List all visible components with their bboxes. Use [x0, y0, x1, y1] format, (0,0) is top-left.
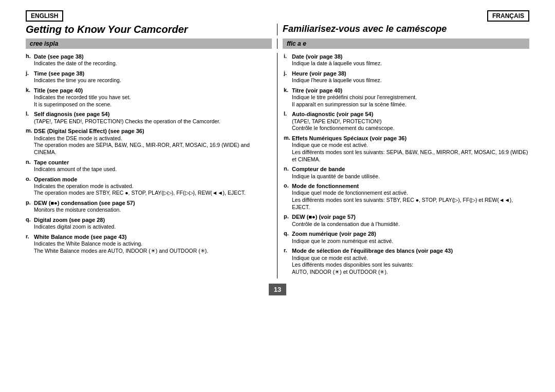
col-header-row: cree ispla ffic a e	[26, 39, 529, 49]
item-title: Time (see page 38)	[34, 70, 271, 77]
item-letter: r.	[26, 233, 34, 239]
item-desc: Indique que ce mode est activé.Les diffé…	[292, 255, 529, 276]
item-content: Compteur de bande Indique la quantité de…	[292, 165, 529, 180]
col-header-right: ffic a e	[278, 39, 529, 49]
item-title: Heure (voir page 38)	[292, 70, 529, 77]
list-item: k. Titre (voir page 40) Indique le titre…	[284, 87, 529, 108]
item-letter: h.	[26, 53, 34, 59]
item-letter: q.	[26, 216, 34, 222]
list-item: m. Effets Numériques Spéciaux (voir page…	[284, 135, 529, 163]
english-badge: ENGLISH	[26, 10, 63, 22]
item-title: Compteur de bande	[292, 165, 529, 173]
item-content: DEW (■●) condensation (see page 57) Moni…	[34, 199, 271, 214]
item-desc: Contrôle de la condensation due à l'humi…	[292, 221, 529, 228]
item-content: Date (voir page 38) Indique la date à la…	[292, 53, 529, 67]
list-item: l. Auto-diagnostic (voir page 54) (TAPE!…	[284, 110, 529, 132]
list-item: l. Self diagnosis (see page 54) (TAPE!, …	[26, 110, 271, 125]
item-content: Tape counter Indicates amount of the tap…	[34, 159, 271, 173]
item-content: Mode de sélection de l'équilibrage des b…	[292, 247, 529, 275]
list-item: m. DSE (Digital Special Effect) (see pag…	[26, 127, 271, 156]
lang-right: FRANÇAIS	[278, 10, 529, 22]
title-french: Familiarisez-vous avec le caméscope	[283, 24, 529, 34]
item-content: Zoom numérique (voir page 28) Indique qu…	[292, 230, 529, 245]
item-title: Digital zoom (see page 28)	[34, 216, 271, 223]
item-letter: p.	[284, 213, 292, 219]
item-content: Auto-diagnostic (voir page 54) (TAPE!, T…	[292, 110, 529, 132]
item-content: Digital zoom (see page 28) Indicates dig…	[34, 216, 271, 231]
item-title: Date (see page 38)	[34, 53, 271, 60]
item-letter: m.	[284, 135, 292, 141]
list-item: i. Date (voir page 38) Indique la date à…	[284, 53, 529, 67]
item-desc: Indique la quantité de bande utilisée.	[292, 173, 529, 180]
main-heading: Getting to Know Your Camcorder Familiari…	[26, 24, 529, 35]
item-letter: o.	[26, 176, 34, 182]
list-item: p. DEW (■●) condensation (see page 57) M…	[26, 199, 271, 214]
item-title: Self diagnosis (see page 54)	[34, 110, 271, 118]
item-desc: Indique que le zoom numérique est activé…	[292, 238, 529, 245]
item-desc: Indique l'heure à laquelle vous filmez.	[292, 77, 529, 84]
item-content: Effets Numériques Spéciaux (voir page 36…	[292, 135, 529, 163]
content-left: h. Date (see page 38) Indicates the date…	[26, 53, 278, 278]
list-item: o. Operation mode Indicates the operatio…	[26, 176, 271, 197]
list-item: r. White Balance mode (see page 43) Indi…	[26, 233, 271, 255]
item-title: Effets Numériques Spéciaux (voir page 36…	[292, 135, 529, 142]
page-container: ENGLISH FRANÇAIS Getting to Know Your Ca…	[26, 10, 529, 295]
list-item: h. Date (see page 38) Indicates the date…	[26, 53, 271, 67]
item-desc: Indicates the operation mode is activate…	[34, 183, 271, 197]
item-title: DSE (Digital Special Effect) (see page 3…	[34, 127, 271, 135]
list-item: n. Tape counter Indicates amount of the …	[26, 159, 271, 173]
item-letter: o.	[284, 182, 292, 189]
page-number-container: 13	[26, 284, 529, 295]
item-title: Titre (voir page 40)	[292, 87, 529, 94]
item-content: Title (see page 40) Indicates the record…	[34, 87, 271, 108]
item-desc: Indicates the time you are recording.	[34, 77, 271, 84]
content-right: i. Date (voir page 38) Indique la date à…	[278, 53, 529, 278]
item-desc: (TAPE!, TAPE END!, PROTECTION!)Contrôle …	[292, 118, 529, 132]
item-title: Title (see page 40)	[34, 87, 271, 94]
item-desc: Indicates the DSE mode is activated.The …	[34, 135, 271, 156]
item-letter: l.	[284, 110, 292, 117]
item-content: White Balance mode (see page 43) Indicat…	[34, 233, 271, 255]
list-item: j. Heure (voir page 38) Indique l'heure …	[284, 70, 529, 84]
item-letter: j.	[284, 70, 292, 76]
item-letter: k.	[284, 87, 292, 93]
col-title-right: ffic a e	[283, 39, 529, 49]
heading-right: Familiarisez-vous avec le caméscope	[278, 24, 529, 35]
item-title: Auto-diagnostic (voir page 54)	[292, 110, 529, 118]
item-title: Tape counter	[34, 159, 271, 166]
item-desc: Indique la date à laquelle vous filmez.	[292, 60, 529, 67]
language-header: ENGLISH FRANÇAIS	[26, 10, 529, 22]
item-letter: j.	[26, 70, 34, 76]
item-content: Heure (voir page 38) Indique l'heure à l…	[292, 70, 529, 84]
item-desc: Indicates the White Balance mode is acti…	[34, 240, 271, 254]
item-letter: r.	[284, 247, 292, 253]
item-letter: q.	[284, 230, 292, 236]
item-title: Date (voir page 38)	[292, 53, 529, 60]
item-content: DEW (■●) (voir page 57) Contrôle de la c…	[292, 213, 529, 228]
item-desc: Indicates amount of the tape used.	[34, 166, 271, 173]
list-item: q. Digital zoom (see page 28) Indicates …	[26, 216, 271, 231]
item-content: Time (see page 38) Indicates the time yo…	[34, 70, 271, 84]
item-letter: i.	[284, 53, 292, 59]
page-number: 13	[269, 284, 286, 295]
item-content: Self diagnosis (see page 54) (TAPE!, TAP…	[34, 110, 271, 125]
item-desc: Indicates digital zoom is activated.	[34, 223, 271, 231]
list-item: o. Mode de fonctionnement Indique quel m…	[284, 182, 529, 211]
item-desc: Indicates the date of the recording.	[34, 60, 271, 67]
heading-left: Getting to Know Your Camcorder	[26, 24, 278, 35]
item-content: Operation mode Indicates the operation m…	[34, 176, 271, 197]
item-desc: Monitors the moisture condensation.	[34, 207, 271, 214]
list-item: p. DEW (■●) (voir page 57) Contrôle de l…	[284, 213, 529, 228]
item-desc: Indique quel mode de fonctionnement est …	[292, 190, 529, 211]
item-content: Mode de fonctionnement Indique quel mode…	[292, 182, 529, 211]
item-letter: p.	[26, 199, 34, 206]
col-title-left: cree ispla	[26, 39, 272, 49]
list-item: q. Zoom numérique (voir page 28) Indique…	[284, 230, 529, 245]
item-title: White Balance mode (see page 43)	[34, 233, 271, 240]
list-item: r. Mode de sélection de l'équilibrage de…	[284, 247, 529, 275]
item-title: Zoom numérique (voir page 28)	[292, 230, 529, 237]
item-desc: Indique le titre prédéfini choisi pour l…	[292, 94, 529, 108]
list-item: j. Time (see page 38) Indicates the time…	[26, 70, 271, 84]
lang-left: ENGLISH	[26, 10, 278, 22]
item-content: Date (see page 38) Indicates the date of…	[34, 53, 271, 67]
